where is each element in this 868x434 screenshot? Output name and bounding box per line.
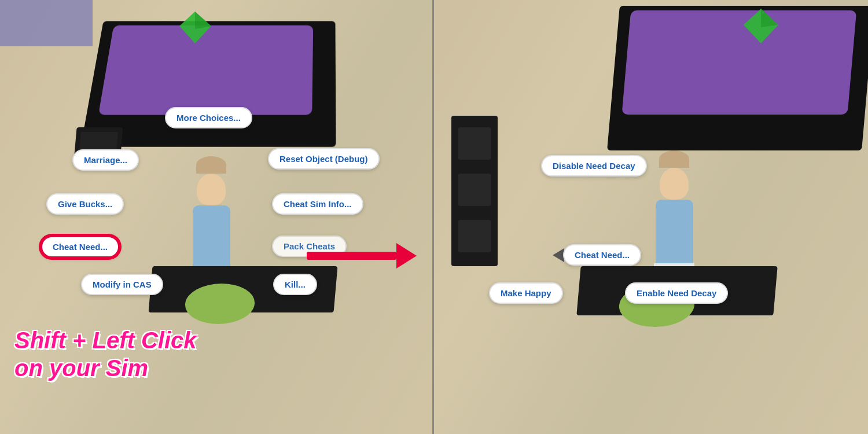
instruction-text: Shift + Left Click on your Sim — [14, 326, 197, 382]
cheat-need-btn[interactable]: Cheat Need... — [41, 236, 120, 258]
modify-cas-btn[interactable]: Modify in CAS — [81, 274, 163, 295]
svg-marker-3 — [761, 9, 778, 27]
right-panel: Disable Need Decay Cheat Need... Make Ha… — [434, 0, 868, 434]
plumbob-left — [179, 12, 211, 49]
arrow-shaft — [307, 252, 396, 260]
bed-frame-right — [607, 6, 868, 150]
plumbob-right — [744, 9, 778, 49]
left-panel: More Choices... Reset Object (Debug) Mar… — [0, 0, 434, 434]
arrow-head — [396, 243, 417, 269]
reset-object-btn[interactable]: Reset Object (Debug) — [268, 148, 380, 170]
cheat-need-right-btn[interactable]: Cheat Need... — [563, 244, 641, 266]
svg-marker-1 — [195, 12, 211, 29]
furniture-right — [451, 116, 498, 266]
arrow-indicator — [307, 243, 422, 269]
cheat-need-right-container: Cheat Need... — [553, 244, 641, 266]
marriage-btn[interactable]: Marriage... — [72, 149, 139, 171]
give-bucks-btn[interactable]: Give Bucks... — [46, 193, 124, 215]
more-choices-btn[interactable]: More Choices... — [165, 107, 252, 128]
cheat-sim-info-btn[interactable]: Cheat Sim Info... — [272, 193, 363, 215]
kill-btn[interactable]: Kill... — [273, 274, 317, 295]
make-happy-btn[interactable]: Make Happy — [489, 282, 563, 304]
bed-mattress-right — [621, 10, 856, 115]
left-arrow-icon — [553, 248, 564, 262]
enable-need-decay-btn[interactable]: Enable Need Decay — [625, 282, 728, 304]
disable-need-decay-btn[interactable]: Disable Need Decay — [541, 155, 647, 176]
hex-tile — [0, 0, 93, 46]
